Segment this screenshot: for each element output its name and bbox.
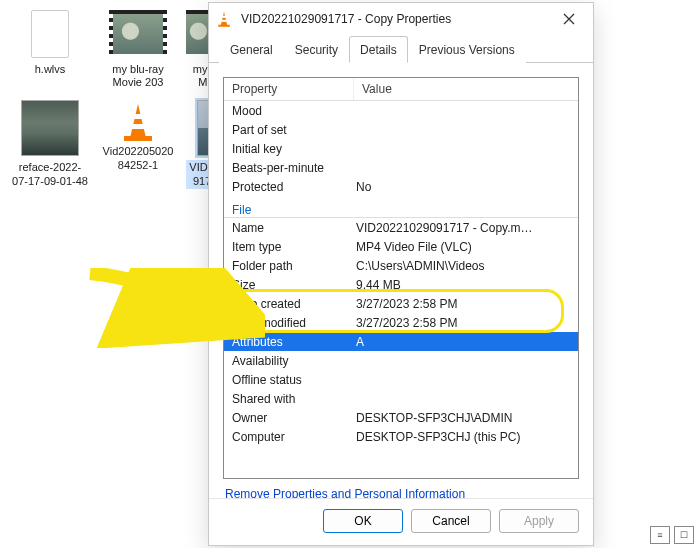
tab-security[interactable]: Security [284,36,349,63]
property-name: Size [224,278,354,292]
properties-dialog: VID20221029091717 - Copy Properties Gene… [208,2,594,546]
tab-details[interactable]: Details [349,36,408,63]
property-row[interactable]: Mood [224,101,578,120]
property-row[interactable]: Shared with [224,389,578,408]
column-value[interactable]: Value [354,78,578,100]
dialog-content: Property Value MoodPart of setInitial ke… [209,63,593,498]
property-row[interactable]: Offline status [224,370,578,389]
property-name: Date modified [224,316,354,330]
view-details-icon[interactable]: ☐ [674,526,694,544]
section-header: File [224,196,578,218]
svg-marker-8 [221,12,228,26]
property-row[interactable]: Item typeMP4 Video File (VLC) [224,237,578,256]
file-item[interactable]: reface-2022-07-17-09-01-48 [10,100,90,188]
list-header: Property Value [224,78,578,101]
property-row[interactable]: Beats-per-minute [224,158,578,177]
property-row[interactable]: Date created3/27/2023 2:58 PM [224,294,578,313]
file-label: h.wlvs [33,62,68,77]
property-value: A [354,335,578,349]
file-label: my blu-ray Movie 203 [98,62,178,90]
film-icon [109,10,167,58]
property-name: Offline status [224,373,354,387]
property-row[interactable]: Availability [224,351,578,370]
remove-properties-link[interactable]: Remove Properties and Personal Informati… [225,487,577,498]
property-row[interactable]: ComputerDESKTOP-SFP3CHJ (this PC) [224,427,578,446]
property-value: MP4 Video File (VLC) [354,240,578,254]
file-item[interactable]: my blu-ray Movie 203 [98,10,178,90]
svg-rect-3 [124,136,152,141]
property-value: 3/27/2023 2:58 PM [354,297,578,311]
property-name: Name [224,221,354,235]
property-name: Initial key [224,142,354,156]
vlc-cone-icon [116,100,160,144]
property-value: 3/27/2023 2:58 PM [354,316,578,330]
property-row[interactable]: Date modified3/27/2023 2:58 PM [224,313,578,332]
file-label: Vid20220502084252-1 [98,144,178,172]
apply-button[interactable]: Apply [499,509,579,533]
property-name: Folder path [224,259,354,273]
file-item[interactable]: Vid20220502084252-1 [98,100,178,188]
dialog-title: VID20221029091717 - Copy Properties [241,12,551,26]
section-label: File [224,199,354,217]
vlc-cone-icon [215,10,233,28]
property-name: Owner [224,411,354,425]
property-value: No [354,180,578,194]
property-row[interactable]: OwnerDESKTOP-SFP3CHJ\ADMIN [224,408,578,427]
tab-previous-versions[interactable]: Previous Versions [408,36,526,63]
file-label: reface-2022-07-17-09-01-48 [10,160,90,188]
property-row[interactable]: Part of set [224,120,578,139]
property-name: Protected [224,180,354,194]
view-mode-buttons: ≡ ☐ [650,526,694,544]
property-name: Attributes [224,335,354,349]
tab-general[interactable]: General [219,36,284,63]
property-row[interactable]: Size9.44 MB [224,275,578,294]
svg-rect-10 [221,20,227,22]
property-name: Item type [224,240,354,254]
property-row[interactable]: ProtectedNo [224,177,578,196]
view-list-icon[interactable]: ≡ [650,526,670,544]
svg-marker-0 [130,104,146,138]
property-row[interactable]: AttributesA [224,332,578,351]
document-icon [31,10,69,58]
svg-rect-1 [133,114,143,119]
property-value: 9.44 MB [354,278,578,292]
details-list[interactable]: Property Value MoodPart of setInitial ke… [223,77,579,479]
svg-rect-11 [218,25,229,27]
svg-rect-9 [222,16,226,18]
property-name: Shared with [224,392,354,406]
property-value: VID20221029091717 - Copy.m… [354,221,578,235]
photo-thumbnail [21,100,79,156]
property-name: Availability [224,354,354,368]
property-name: Date created [224,297,354,311]
cancel-button[interactable]: Cancel [411,509,491,533]
ok-button[interactable]: OK [323,509,403,533]
property-row[interactable]: Folder pathC:\Users\ADMIN\Videos [224,256,578,275]
property-name: Beats-per-minute [224,161,354,175]
property-value: DESKTOP-SFP3CHJ (this PC) [354,430,578,444]
property-name: Mood [224,104,354,118]
close-icon [563,13,575,25]
property-row[interactable]: Initial key [224,139,578,158]
file-item[interactable]: h.wlvs [10,10,90,90]
dialog-buttons: OK Cancel Apply [209,498,593,545]
titlebar[interactable]: VID20221029091717 - Copy Properties [209,3,593,35]
svg-rect-2 [131,124,145,129]
tab-strip: General Security Details Previous Versio… [209,35,593,63]
close-button[interactable] [551,5,587,33]
property-name: Computer [224,430,354,444]
property-value: C:\Users\ADMIN\Videos [354,259,578,273]
column-property[interactable]: Property [224,78,354,100]
property-value: DESKTOP-SFP3CHJ\ADMIN [354,411,578,425]
property-name: Part of set [224,123,354,137]
property-row[interactable]: NameVID20221029091717 - Copy.m… [224,218,578,237]
